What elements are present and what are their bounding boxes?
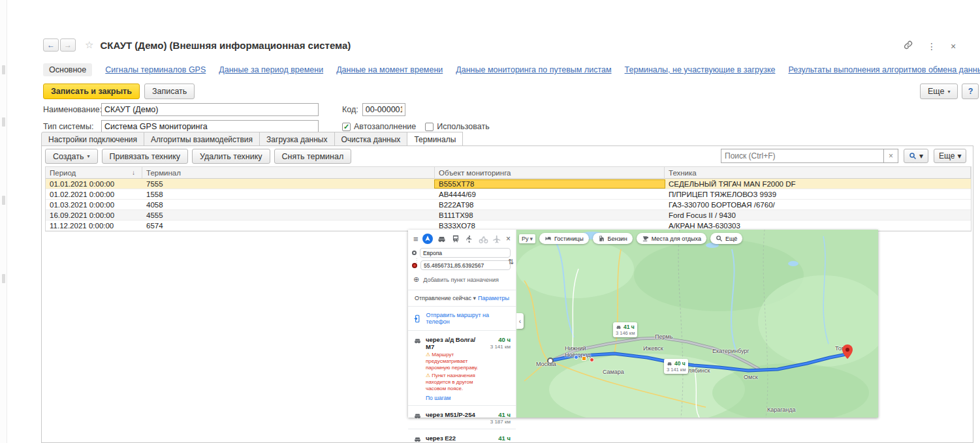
- nav-link-moment-data[interactable]: Данные на момент времени: [336, 65, 443, 74]
- bind-vehicle-button[interactable]: Привязать технику: [102, 149, 189, 164]
- cell-vehicle[interactable]: П/ПРИЦЕП ТЯЖЕЛОВОЗ 9939: [665, 191, 971, 198]
- autofill-checkbox[interactable]: ✓: [342, 123, 351, 131]
- back-button[interactable]: ←: [43, 38, 59, 52]
- chip-more[interactable]: Ещё: [710, 233, 742, 244]
- list-more-button[interactable]: Еще▾: [934, 149, 966, 163]
- cell-period[interactable]: 11.12.2021 0:00:00: [46, 222, 142, 230]
- column-header-object[interactable]: Объект мониторинга: [435, 167, 665, 178]
- cell-period[interactable]: 01.02.2021 0:00:00: [46, 191, 142, 198]
- table-row[interactable]: 01.03.2021 0:00:00 4058 В222АТ98 ГАЗ-330…: [46, 200, 971, 210]
- route-option-2[interactable]: через М51/Р-254 41 ч 3 187 км: [408, 408, 516, 427]
- add-destination-row[interactable]: ⊕ Добавить пункт назначения: [408, 271, 516, 288]
- cell-vehicle[interactable]: СЕДЕЛЬНЫЙ ТЯГАЧ MAN F2000 DF: [665, 180, 971, 188]
- route-time: 41 ч: [483, 411, 511, 418]
- route-option-1[interactable]: через а/д Волга/М7 ⚠Маршрут предусматрив…: [408, 333, 516, 403]
- origin-input[interactable]: [420, 248, 511, 258]
- nav-main-tab[interactable]: Основное: [43, 63, 92, 76]
- nav-link-gps-signals[interactable]: Сигналы терминалов GPS: [105, 65, 206, 74]
- table-row[interactable]: 01.02.2021 0:00:00 1558 АВ4444/69 П/ПРИЦ…: [46, 189, 971, 200]
- nav-link-waybill-monitoring[interactable]: Данные мониторинга по путевым листам: [456, 65, 611, 74]
- cell-period[interactable]: 16.09.2021 0:00:00: [46, 211, 142, 219]
- dock-tab[interactable]: [2, 274, 5, 283]
- cell-terminal[interactable]: 7555: [142, 180, 435, 188]
- route-option-3[interactable]: через Е22 41 ч 3 146 км: [408, 431, 516, 443]
- car-icon: [413, 412, 422, 420]
- destination-input[interactable]: [420, 260, 511, 270]
- bike-mode-icon[interactable]: [478, 234, 488, 244]
- column-header-terminal[interactable]: Терминал: [142, 167, 435, 178]
- poi-marker-icon[interactable]: [590, 358, 594, 362]
- delete-vehicle-button[interactable]: Удалить технику: [192, 149, 270, 164]
- help-button[interactable]: ?: [962, 84, 979, 99]
- cell-object[interactable]: В333ХО78: [435, 222, 665, 230]
- column-header-vehicle[interactable]: Техника: [665, 167, 971, 178]
- forward-button[interactable]: →: [60, 38, 76, 52]
- system-type-input[interactable]: [101, 120, 319, 133]
- cell-period[interactable]: 01.01.2021 0:00:00: [46, 180, 142, 188]
- chip-hotels[interactable]: Гостиницы: [539, 233, 589, 244]
- remove-terminal-button[interactable]: Снять терминал: [274, 149, 352, 164]
- close-icon[interactable]: ×: [951, 41, 956, 52]
- cell-period[interactable]: 01.03.2021 0:00:00: [46, 201, 142, 209]
- cell-terminal[interactable]: 6574: [142, 222, 435, 230]
- nav-link-period-data[interactable]: Данные за период времени: [219, 65, 323, 74]
- command-bar: Записать и закрыть Записать: [43, 84, 195, 99]
- route-badge-alt[interactable]: 41 ч 3 146 км: [613, 322, 637, 337]
- more-button[interactable]: Еще▾: [920, 84, 958, 99]
- send-to-phone-row[interactable]: Отправить маршрут на телефон: [408, 309, 516, 328]
- route-badge-main[interactable]: 40 ч 3 141 км: [664, 359, 688, 374]
- cell-terminal[interactable]: 1558: [142, 191, 435, 198]
- cell-terminal[interactable]: 4555: [142, 211, 435, 219]
- map-language-button[interactable]: Ру▾: [519, 234, 535, 243]
- cell-object[interactable]: В222АТ98: [435, 201, 665, 209]
- nav-link-exchange-results[interactable]: Результаты выполнения алгоритмов обмена …: [788, 65, 980, 74]
- departure-select[interactable]: Отправление сейчас ▾: [415, 295, 476, 301]
- code-input[interactable]: [362, 103, 405, 116]
- search-button[interactable]: ▾: [904, 149, 928, 163]
- warning-marker-icon[interactable]: [582, 356, 586, 361]
- nav-link-excluded-terminals[interactable]: Терминалы, не участвующие в загрузке: [625, 65, 776, 74]
- cell-terminal[interactable]: 4058: [142, 201, 435, 209]
- table-row[interactable]: 01.01.2021 0:00:00 7555 B555XT78 СЕДЕЛЬН…: [46, 179, 971, 189]
- chip-rest-areas[interactable]: Места для отдыха: [637, 233, 706, 244]
- more-menu-icon[interactable]: ⋮: [927, 41, 936, 52]
- dock-tab[interactable]: [2, 117, 5, 127]
- cell-object-focused[interactable]: B555XT78: [435, 180, 665, 188]
- chip-fuel[interactable]: Бензин: [593, 233, 633, 244]
- menu-icon[interactable]: ≡: [413, 234, 419, 244]
- table-row[interactable]: 16.09.2021 0:00:00 4555 В111ТХ98 Ford Fo…: [46, 210, 971, 221]
- column-header-period[interactable]: Период↓: [46, 167, 142, 178]
- collapse-panel-button[interactable]: ‹: [516, 313, 524, 329]
- autofill-label: Автозаполнение: [354, 122, 416, 131]
- dock-tab[interactable]: [2, 196, 5, 205]
- route-options-link[interactable]: Параметры: [478, 295, 509, 301]
- close-directions-icon[interactable]: ×: [506, 234, 511, 243]
- save-button[interactable]: Записать: [144, 84, 195, 99]
- poi-marker-icon[interactable]: [574, 355, 578, 359]
- cell-vehicle[interactable]: А/КРАН МАЗ-630303: [665, 222, 971, 230]
- cell-object[interactable]: В111ТХ98: [435, 211, 665, 219]
- car-mode-icon[interactable]: [437, 234, 447, 244]
- cell-vehicle[interactable]: Ford Focus II / 9430: [665, 211, 971, 219]
- get-link-icon[interactable]: [904, 40, 913, 52]
- best-route-mode-icon[interactable]: [422, 234, 433, 244]
- route-steps-link[interactable]: По шагам: [426, 395, 479, 401]
- cell-vehicle[interactable]: ГАЗ-330700 БОРТОВАЯ /6760/: [665, 201, 971, 209]
- use-checkbox[interactable]: [425, 123, 434, 131]
- save-and-close-button[interactable]: Записать и закрыть: [43, 84, 140, 99]
- search-input[interactable]: [721, 149, 884, 163]
- create-button[interactable]: Создать▾: [45, 149, 98, 164]
- walk-mode-icon[interactable]: [464, 234, 474, 244]
- cell-object[interactable]: АВ4444/69: [435, 191, 665, 198]
- plane-mode-icon[interactable]: [492, 234, 502, 244]
- table-header-row: Период↓ Терминал Объект мониторинга Техн…: [46, 167, 971, 179]
- sort-desc-icon[interactable]: ↓: [132, 169, 135, 176]
- transit-mode-icon[interactable]: [450, 234, 460, 244]
- dock-tab[interactable]: [2, 65, 5, 74]
- map-canvas[interactable]: Ру▾ Гостиницы Бензин Места для отдыха Ещ…: [516, 230, 878, 418]
- swap-waypoints-icon[interactable]: ⇅: [508, 258, 514, 266]
- clear-search-icon[interactable]: ×: [884, 149, 898, 163]
- departure-row: Отправление сейчас ▾ Параметры: [408, 292, 516, 304]
- name-input[interactable]: [101, 103, 319, 116]
- favorite-star-icon[interactable]: ☆: [85, 39, 93, 51]
